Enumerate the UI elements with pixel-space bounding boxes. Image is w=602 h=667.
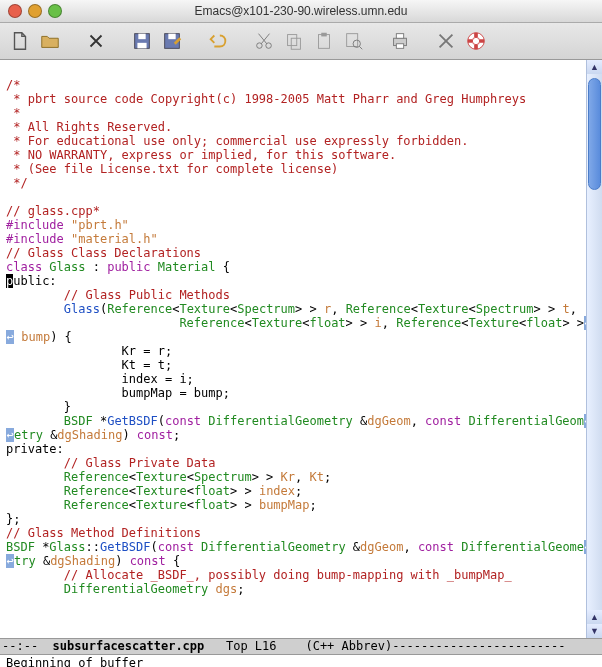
toolbar	[0, 23, 602, 60]
code-line: // Glass Public Methods	[6, 288, 230, 302]
code-line: ↩try &dgShading) const {	[6, 554, 180, 568]
svg-rect-2	[137, 43, 146, 49]
minibuffer[interactable]: Beginning of buffer	[0, 655, 602, 667]
code-line: // Glass Method Definitions	[6, 526, 201, 540]
new-file-icon[interactable]	[8, 29, 32, 53]
code-line: index = i;	[6, 372, 194, 386]
svg-rect-4	[168, 34, 175, 40]
save-icon[interactable]	[130, 29, 154, 53]
save-as-icon[interactable]	[160, 29, 184, 53]
code-line: * NO WARRANTY, express or implied, for t…	[6, 148, 396, 162]
scroll-up-arrow[interactable]: ▲	[587, 60, 602, 74]
cut-icon[interactable]	[252, 29, 276, 53]
svg-rect-10	[321, 33, 327, 37]
code-line: * pbrt source code Copyright(c) 1998-200…	[6, 92, 526, 106]
code-line: ↩etry &dgShading) const;	[6, 428, 180, 442]
code-line: BSDF *GetBSDF(const DifferentialGeometry…	[6, 414, 592, 428]
scroll-track[interactable]	[587, 74, 602, 610]
copy-icon[interactable]	[282, 29, 306, 53]
code-line: Reference<Texture<float> > bumpMap;	[6, 498, 317, 512]
titlebar: Emacs@x101-230-90.wireless.umn.edu	[0, 0, 602, 23]
code-line: #include "material.h"	[6, 232, 158, 246]
code-line: BSDF *Glass::GetBSDF(const DifferentialG…	[6, 540, 592, 554]
svg-rect-8	[291, 38, 300, 49]
svg-point-17	[472, 37, 479, 44]
scroll-down-arrow[interactable]: ▼	[587, 624, 602, 638]
code-line: *	[6, 106, 20, 120]
window-title: Emacs@x101-230-90.wireless.umn.edu	[0, 4, 602, 18]
code-line: #include "pbrt.h"	[6, 218, 129, 232]
paste-icon[interactable]	[312, 29, 336, 53]
code-line: // Allocate _BSDF_, possibly doing bump-…	[6, 568, 512, 582]
code-line: DifferentialGeometry dgs;	[6, 582, 244, 596]
code-line: private:	[6, 442, 64, 456]
code-line: // Glass Private Data	[6, 456, 216, 470]
code-line: }	[6, 400, 71, 414]
code-line: Kr = r;	[6, 344, 172, 358]
svg-rect-14	[396, 34, 403, 39]
code-line: Reference<Texture<Spectrum> > Kr, Kt;	[6, 470, 331, 484]
code-line: * All Rights Reserved.	[6, 120, 172, 134]
buffer-name: subsurfacescatter.cpp	[53, 639, 205, 653]
source-code[interactable]: /* * pbrt source code Copyright(c) 1998-…	[0, 60, 602, 638]
svg-rect-9	[319, 35, 330, 49]
mode-line: --:-- subsurfacescatter.cpp Top L16 (C++…	[0, 638, 602, 655]
svg-rect-15	[396, 44, 403, 49]
editor-pane[interactable]: /* * pbrt source code Copyright(c) 1998-…	[0, 60, 602, 638]
code-line: * (See file License.txt for complete lic…	[6, 162, 338, 176]
preferences-icon[interactable]	[434, 29, 458, 53]
svg-rect-7	[288, 35, 297, 46]
code-line: * For educational use only; commercial u…	[6, 134, 468, 148]
code-line: /*	[6, 78, 20, 92]
scroll-thumb[interactable]	[588, 78, 601, 190]
code-line: Glass(Reference<Texture<Spectrum> > r, R…	[6, 302, 577, 316]
continuation-marker: ↩	[6, 330, 14, 344]
code-line: public:	[6, 274, 57, 288]
code-line: };	[6, 512, 20, 526]
continuation-marker: ↩	[6, 554, 14, 568]
svg-rect-1	[138, 34, 145, 40]
scroll-up-arrow-2[interactable]: ▲	[587, 610, 602, 624]
help-icon[interactable]	[464, 29, 488, 53]
continuation-marker: ↩	[6, 428, 14, 442]
code-line: Reference<Texture<float> > i, Reference<…	[6, 316, 592, 330]
search-icon[interactable]	[342, 29, 366, 53]
code-line: bumpMap = bump;	[6, 386, 230, 400]
vertical-scrollbar[interactable]: ▲ ▲ ▼	[586, 60, 602, 638]
code-line: // glass.cpp*	[6, 204, 100, 218]
code-line: Reference<Texture<float> > index;	[6, 484, 302, 498]
close-file-icon[interactable]	[84, 29, 108, 53]
code-line: Kt = t;	[6, 358, 172, 372]
code-line: ↩ bump) {	[6, 330, 72, 344]
code-line: class Glass : public Material {	[6, 260, 230, 274]
print-icon[interactable]	[388, 29, 412, 53]
code-line: */	[6, 176, 28, 190]
open-file-icon[interactable]	[38, 29, 62, 53]
code-line: // Glass Class Declarations	[6, 246, 201, 260]
undo-icon[interactable]	[206, 29, 230, 53]
